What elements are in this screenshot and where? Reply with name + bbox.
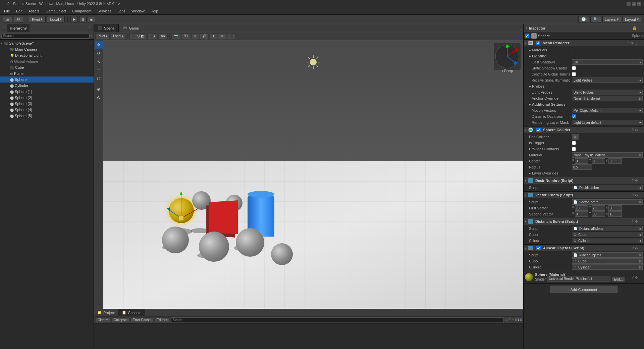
tool-rect[interactable]: ▭ (95, 66, 103, 74)
light-scene-btn[interactable]: ☀ (191, 33, 199, 39)
hierarchy-item-sphere5[interactable]: ⬤ Sphere (5) (0, 113, 94, 119)
search-btn[interactable]: 🔍 (590, 16, 601, 23)
menu-gameobject[interactable]: GameObject (43, 8, 69, 14)
distancia-script-ref[interactable]: 📄 DistanciaEsfera ⊙ (572, 226, 643, 231)
distancia-cubo-ref[interactable]: ⬡ Cube ⊙ (572, 232, 643, 237)
mode-btn[interactable]: ⬛ ⬡ ◩ (129, 33, 146, 39)
motion-dropdown[interactable]: Per Object Motion▾ (572, 108, 643, 113)
help-icon-decir[interactable]: ? (632, 179, 634, 183)
console-search[interactable] (171, 317, 504, 323)
settings-icon-vector[interactable]: ⚙ (635, 193, 638, 197)
toolbar-settings[interactable]: ⚙ (14, 16, 23, 23)
close-btn[interactable]: × (637, 2, 641, 6)
distancia-header[interactable]: ▾ Distancia Esfera (Script) ? ⚙ ⋮ (524, 218, 644, 225)
decir-nombre-header[interactable]: ▾ Decir Nombre (Script) ? ⚙ ⋮ (524, 177, 644, 184)
sphere-collider-header[interactable]: ▾ Sphere Collider ? ⚙ ⋮ (524, 127, 644, 133)
help-icon-collider[interactable]: ? (632, 128, 634, 132)
contribute-gi-checkbox[interactable] (572, 72, 576, 76)
toolbar-account[interactable]: ☁ (3, 16, 12, 23)
hierarchy-item-maincamera[interactable]: 📷 Main Camera (0, 46, 94, 52)
hierarchy-menu-btn[interactable]: ⋮ (88, 26, 92, 30)
provides-contacts-checkbox[interactable] (572, 147, 576, 151)
settings-icon-material[interactable]: ⚙ (635, 276, 638, 279)
material-ref[interactable]: None (Physic Material) ⊙ (572, 152, 643, 158)
collapse-btn[interactable]: Collapse (111, 317, 129, 323)
help-icon-alinear[interactable]: ? (632, 246, 634, 250)
history-btn[interactable]: 🕐 (578, 16, 589, 23)
hierarchy-item-dirlight[interactable]: 💡 Directional Light (0, 52, 94, 58)
menu-component[interactable]: Component (69, 8, 94, 14)
tool-scale[interactable]: ⤡ (95, 58, 103, 66)
fv-x-input[interactable]: 10 (575, 205, 588, 211)
scene-vis-btn[interactable]: 👁 (218, 33, 226, 39)
gizmo-widget[interactable]: Y X Z < Persp (494, 43, 521, 70)
vector-script-ref[interactable]: 📄 VectorEsfera ⊙ (572, 199, 643, 205)
menu-icon-distancia[interactable]: ⋮ (639, 220, 643, 223)
menu-icon-collider[interactable]: ⋮ (639, 128, 643, 132)
layout-dropdown[interactable]: Layout▾ (623, 16, 641, 23)
light-probes-dropdown[interactable]: Blend Probes▾ (572, 90, 643, 95)
center-z-input[interactable] (608, 158, 622, 164)
collider-active-toggle[interactable] (536, 128, 541, 132)
clear-btn[interactable]: Clear ▾ (95, 317, 110, 323)
fx-btn[interactable]: ✦ (210, 33, 217, 39)
menu-file[interactable]: File (1, 8, 13, 14)
menu-icon-vector[interactable]: ⋮ (639, 193, 643, 197)
minimize-btn[interactable]: – (627, 2, 631, 6)
distancia-cilindro-ref[interactable]: ⬡ Cylinder ⊙ (572, 238, 643, 243)
render-layer-dropdown[interactable]: Light Layer default▾ (572, 120, 643, 125)
active-toggle[interactable] (525, 34, 529, 38)
tab-project[interactable]: 📁 Project (94, 309, 118, 316)
scene-tab-game[interactable]: 🎮 Game (119, 24, 143, 32)
layers-dropdown[interactable]: Layers▾ (602, 16, 621, 23)
hierarchy-item-sphere4[interactable]: ⬤ Sphere (4) (0, 107, 94, 113)
alinear-header[interactable]: ▾ Alinear Objetos (Script) ? ⚙ ⋮ (524, 245, 644, 251)
2d-btn[interactable]: 2D (181, 33, 190, 39)
hierarchy-item-plane[interactable]: ▭ Plane (0, 70, 94, 77)
hierarchy-item-samplescene[interactable]: ▾ 🎬 SampleScene* ⋮ (0, 40, 94, 46)
pivot-scene-btn[interactable]: Pivot▾ (95, 33, 110, 39)
is-trigger-checkbox[interactable] (572, 141, 576, 145)
menu-icon-decir[interactable]: ⋮ (639, 179, 643, 183)
shader-edit-btn[interactable]: Edit... (612, 277, 625, 282)
audio-btn[interactable]: 🔊 (200, 33, 209, 39)
menu-icon-mesh[interactable]: ⋮ (635, 41, 638, 45)
edit-collider-btn[interactable]: ✏ (572, 134, 579, 140)
pivot-btn[interactable]: Pivot ▾ (29, 16, 46, 23)
tool-transform[interactable]: ⬡ (95, 74, 103, 83)
shader-dropdown[interactable]: Universal Render Pipeline/Lit (547, 277, 610, 282)
hierarchy-item-sphere2[interactable]: ⬤ Sphere (2) (0, 95, 94, 101)
sv-z-input[interactable]: 15 (608, 211, 622, 217)
decir-script-ref[interactable]: 📄 DecirNombre ⊙ (572, 185, 643, 190)
gizmo-btn[interactable]: ⬛▾ (147, 33, 158, 39)
tool-move[interactable]: ✥ (95, 41, 103, 49)
hierarchy-item-globalvolume[interactable]: ⬡ Global Volume (0, 58, 94, 64)
render-btn[interactable]: ⬛ (227, 33, 236, 39)
settings-icon-alinear[interactable]: ⚙ (635, 246, 638, 250)
editor-btn[interactable]: Editor ▾ (154, 317, 170, 323)
fv-y-input[interactable]: 20 (592, 205, 605, 211)
hierarchy-item-sphere3[interactable]: ⬤ Sphere (3) (0, 101, 94, 107)
scene-options-btn[interactable]: ⋮ (517, 26, 523, 30)
menu-jobs[interactable]: Jobs (115, 8, 128, 14)
center-x-input[interactable] (575, 158, 588, 164)
help-icon-distancia[interactable]: ? (632, 220, 634, 223)
hierarchy-item-cube[interactable]: ⬛ Cube (0, 64, 94, 70)
alinear-script-ref[interactable]: 📄 AlinearObjetos ⊙ (572, 252, 643, 258)
radius-input[interactable]: 0.5 (572, 164, 592, 170)
help-icon-mesh[interactable]: ? (627, 41, 629, 45)
alinear-cubo-ref[interactable]: ⬡ Cube ⊙ (572, 258, 643, 264)
error-pause-btn[interactable]: Error Pause (130, 317, 153, 323)
inspector-menu-btn[interactable]: ⋮ (638, 26, 642, 30)
tool-rotate[interactable]: ↺ (95, 49, 103, 57)
menu-window[interactable]: Window (129, 8, 147, 14)
sv-y-input[interactable]: 30 (592, 211, 605, 217)
alinear-active-toggle[interactable] (536, 246, 541, 250)
menu-services[interactable]: Services (95, 8, 114, 14)
hierarchy-item-sphere1[interactable]: ⬤ Sphere (1) (0, 89, 94, 95)
sv-x-input[interactable]: 8 (575, 211, 588, 217)
hierarchy-search[interactable] (1, 33, 90, 39)
receive-gi-dropdown[interactable]: Light Probes▾ (572, 78, 643, 83)
lock-btn[interactable]: 🔒 (632, 26, 637, 30)
menu-help[interactable]: Help (148, 8, 161, 14)
